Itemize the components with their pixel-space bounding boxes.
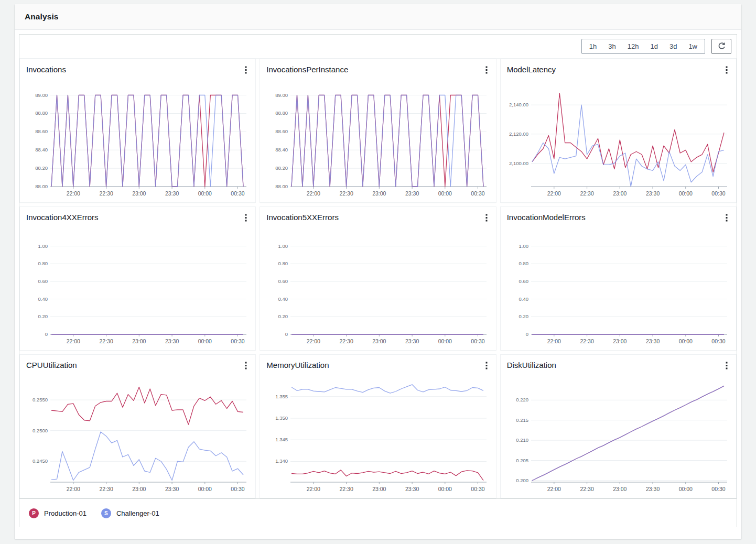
svg-text:88.00: 88.00 xyxy=(35,183,48,189)
chart-menu-button-memory-utilization[interactable] xyxy=(481,360,492,371)
range-button-12h[interactable]: 12h xyxy=(622,40,645,53)
svg-text:22:30: 22:30 xyxy=(580,190,593,197)
refresh-button[interactable] xyxy=(711,39,731,54)
svg-text:88.80: 88.80 xyxy=(276,110,288,116)
chart-canvas-invocation-4xx-errors: 1.000.800.600.400.20022:0022:3023:0023:3… xyxy=(26,226,250,349)
range-button-3h[interactable]: 3h xyxy=(602,40,621,53)
svg-text:88.20: 88.20 xyxy=(276,165,288,171)
chart-menu-button-disk-utilization[interactable] xyxy=(721,360,732,371)
analysis-card: Analysis 1h3h12h1d3d1w Invocations89.008… xyxy=(15,4,741,539)
svg-text:1.355: 1.355 xyxy=(276,394,288,399)
svg-text:22:00: 22:00 xyxy=(547,338,560,344)
svg-text:23:00: 23:00 xyxy=(372,486,386,492)
kebab-icon xyxy=(245,213,247,222)
chart-menu-button-invocations[interactable] xyxy=(240,64,252,75)
svg-text:0.205: 0.205 xyxy=(516,458,528,463)
svg-text:00:30: 00:30 xyxy=(711,486,725,492)
kebab-icon xyxy=(245,66,247,74)
svg-text:22:00: 22:00 xyxy=(307,190,320,197)
svg-text:0.20: 0.20 xyxy=(278,313,288,319)
svg-text:1.00: 1.00 xyxy=(278,243,288,249)
svg-text:2,140.00: 2,140.00 xyxy=(509,102,528,107)
svg-text:88.40: 88.40 xyxy=(276,147,288,153)
chart-menu-button-model-latency[interactable] xyxy=(721,64,732,75)
chart-panel-invocation-model-errors: InvocationModelErrors1.000.800.600.400.2… xyxy=(501,207,736,350)
chart-canvas-memory-utilization: 1.3551.3501.3451.34022:0022:3023:0023:30… xyxy=(266,374,490,497)
svg-text:88.20: 88.20 xyxy=(35,165,48,171)
svg-text:00:30: 00:30 xyxy=(711,190,725,197)
chart-canvas-invocation-model-errors: 1.000.800.600.400.20022:0022:3023:0023:3… xyxy=(507,226,730,349)
chart-title-invocation-4xx-errors: Invocation4XXErrors xyxy=(26,213,99,222)
svg-text:23:30: 23:30 xyxy=(646,486,660,492)
chart-canvas-model-latency: 2,140.002,120.002,100.0022:0022:3023:002… xyxy=(507,79,730,201)
range-button-1d[interactable]: 1d xyxy=(644,40,663,53)
svg-text:1.00: 1.00 xyxy=(519,243,528,249)
svg-text:23:30: 23:30 xyxy=(165,486,179,492)
svg-text:22:00: 22:00 xyxy=(307,486,320,492)
svg-text:88.60: 88.60 xyxy=(35,128,48,134)
time-range-selector: 1h3h12h1d3d1w xyxy=(581,39,705,54)
kebab-icon xyxy=(245,361,247,369)
svg-text:22:30: 22:30 xyxy=(340,338,353,344)
kebab-icon xyxy=(726,213,728,222)
svg-text:0: 0 xyxy=(285,331,288,337)
svg-text:22:30: 22:30 xyxy=(340,190,353,197)
chart-menu-button-invocation-4xx-errors[interactable] xyxy=(240,212,252,223)
svg-text:1.00: 1.00 xyxy=(38,243,48,249)
kebab-icon xyxy=(485,66,488,74)
svg-text:22:00: 22:00 xyxy=(67,486,80,492)
svg-text:22:30: 22:30 xyxy=(580,486,593,492)
chart-title-cpu-utilization: CPUUtilization xyxy=(26,361,77,369)
svg-text:0.2550: 0.2550 xyxy=(33,397,48,402)
svg-text:23:30: 23:30 xyxy=(405,190,419,197)
chart-title-invocation-model-errors: InvocationModelErrors xyxy=(507,213,586,222)
svg-text:89.00: 89.00 xyxy=(35,92,48,98)
svg-text:23:00: 23:00 xyxy=(132,190,146,197)
svg-text:22:00: 22:00 xyxy=(67,338,80,344)
svg-text:22:30: 22:30 xyxy=(99,486,113,492)
range-button-1h[interactable]: 1h xyxy=(584,40,602,53)
svg-text:23:30: 23:30 xyxy=(405,338,419,344)
svg-text:0: 0 xyxy=(525,331,528,337)
svg-text:0.215: 0.215 xyxy=(516,417,528,423)
chart-title-memory-utilization: MemoryUtilization xyxy=(266,361,329,369)
svg-text:00:30: 00:30 xyxy=(231,190,244,197)
svg-text:23:00: 23:00 xyxy=(372,190,386,197)
svg-text:00:30: 00:30 xyxy=(231,486,244,492)
svg-text:22:00: 22:00 xyxy=(547,486,560,492)
svg-text:00:30: 00:30 xyxy=(231,338,244,344)
svg-text:0.20: 0.20 xyxy=(38,313,48,319)
range-button-1w[interactable]: 1w xyxy=(683,40,703,53)
chart-menu-button-invocation-5xx-errors[interactable] xyxy=(481,212,492,223)
legend-label: Production-01 xyxy=(44,509,87,517)
svg-text:23:30: 23:30 xyxy=(646,338,660,344)
page-title: Analysis xyxy=(25,12,59,21)
chart-menu-button-cpu-utilization[interactable] xyxy=(240,360,252,371)
svg-text:00:00: 00:00 xyxy=(438,190,452,197)
svg-text:00:30: 00:30 xyxy=(471,190,485,197)
range-button-3d[interactable]: 3d xyxy=(664,40,683,53)
svg-text:00:30: 00:30 xyxy=(711,338,725,344)
svg-text:1.345: 1.345 xyxy=(276,437,288,442)
legend-badge-p: P xyxy=(29,508,39,518)
svg-text:0.80: 0.80 xyxy=(38,260,48,266)
svg-text:0.60: 0.60 xyxy=(278,278,288,284)
chart-canvas-invocations: 89.0088.8088.6088.4088.2088.0022:0022:30… xyxy=(26,79,250,201)
chart-title-disk-utilization: DiskUtilization xyxy=(507,361,556,369)
svg-text:00:30: 00:30 xyxy=(471,338,485,344)
chart-canvas-cpu-utilization: 0.25500.25000.245022:0022:3023:0023:3000… xyxy=(26,374,250,497)
svg-text:00:00: 00:00 xyxy=(198,190,212,197)
svg-text:88.40: 88.40 xyxy=(35,147,48,153)
svg-text:00:00: 00:00 xyxy=(438,338,452,344)
legend-item-challenger-01[interactable]: SChallenger-01 xyxy=(101,508,159,518)
svg-text:23:00: 23:00 xyxy=(132,338,146,344)
svg-text:0.40: 0.40 xyxy=(38,296,48,302)
svg-text:0.2450: 0.2450 xyxy=(33,458,48,464)
kebab-icon xyxy=(726,361,728,369)
legend-item-production-01[interactable]: PProduction-01 xyxy=(29,508,87,518)
chart-menu-button-invocations-per-instance[interactable] xyxy=(481,64,492,75)
chart-menu-button-invocation-model-errors[interactable] xyxy=(721,212,732,223)
dashboard-container: 1h3h12h1d3d1w Invocations89.0088.8088.60… xyxy=(19,34,737,527)
svg-text:00:00: 00:00 xyxy=(438,486,452,492)
svg-text:2,100.00: 2,100.00 xyxy=(509,160,528,166)
